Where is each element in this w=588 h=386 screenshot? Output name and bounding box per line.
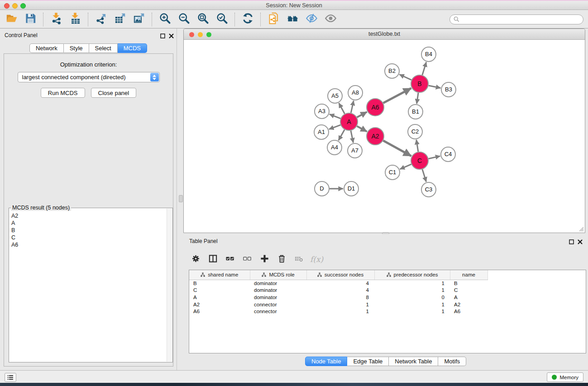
graph-node-A5[interactable]: A5	[328, 89, 342, 103]
table-row[interactable]: A2connector11A2	[189, 301, 586, 308]
close-panel-icon[interactable]	[578, 238, 583, 246]
save-session-button[interactable]	[21, 12, 40, 27]
graph-edge-C-C4[interactable]	[429, 156, 440, 159]
network-from-document-button[interactable]	[264, 12, 283, 27]
tab-mcds[interactable]: MCDS	[118, 43, 147, 53]
memory-button[interactable]: Memory	[547, 372, 583, 382]
create-column-button[interactable]	[258, 253, 271, 266]
network-window-titlebar[interactable]: testGlobe.txt	[184, 29, 585, 40]
resize-grip-icon[interactable]	[578, 226, 584, 232]
list-item[interactable]: B	[11, 227, 172, 234]
column-header-successor-nodes[interactable]: successor nodes	[306, 270, 374, 280]
export-image-button[interactable]	[129, 12, 148, 27]
search-box[interactable]	[449, 14, 583, 24]
delete-column-button[interactable]	[275, 253, 288, 266]
graph-node-C4[interactable]: C4	[441, 147, 455, 162]
graph-node-A8[interactable]: A8	[348, 86, 363, 100]
close-panel-icon[interactable]	[169, 32, 174, 40]
column-header-shared-name[interactable]: shared name	[189, 270, 250, 280]
float-panel-icon[interactable]	[160, 32, 165, 40]
delete-table-button[interactable]	[292, 253, 306, 266]
tab-network[interactable]: Network	[29, 43, 64, 53]
graph-node-B3[interactable]: B3	[441, 82, 456, 97]
graph-node-D1[interactable]: D1	[344, 181, 359, 196]
export-network-button[interactable]	[91, 12, 110, 27]
graph-node-C2[interactable]: C2	[408, 124, 422, 139]
network-graph[interactable]: B4B2BB3B1A5A8A6A3AA1A2C2A4A7C4CC1C3DD1	[184, 40, 585, 233]
graph-edge-C-C1[interactable]	[400, 164, 411, 169]
graph-node-A[interactable]: A	[340, 113, 358, 130]
graph-edge-A-A7[interactable]	[351, 131, 353, 143]
zoom-in-button[interactable]	[155, 12, 174, 27]
graph-node-A1[interactable]: A1	[314, 125, 329, 139]
graph-node-B[interactable]: B	[411, 75, 428, 92]
column-header-name[interactable]: name	[450, 270, 488, 280]
open-session-button[interactable]	[2, 12, 21, 27]
graph-node-B2[interactable]: B2	[385, 64, 399, 78]
graph-node-A2[interactable]: A2	[367, 128, 384, 145]
table-row[interactable]: Adominator80A	[189, 294, 586, 301]
graph-edge-B-B3[interactable]	[429, 86, 441, 88]
graph-edge-A-A5[interactable]	[339, 103, 345, 114]
tab-node-table[interactable]: Node Table	[305, 357, 348, 366]
tab-network-table[interactable]: Network Table	[389, 357, 438, 366]
select-all-columns-button[interactable]	[223, 253, 237, 266]
search-input[interactable]	[462, 16, 579, 23]
graph-edge-A-A4[interactable]	[339, 129, 344, 140]
float-panel-icon[interactable]	[569, 238, 574, 246]
graph-node-C3[interactable]: C3	[421, 182, 436, 197]
list-item[interactable]: C	[11, 234, 172, 241]
table-row[interactable]: Cdominator41C	[189, 287, 586, 294]
network-canvas[interactable]: B4B2BB3B1A5A8A6A3AA1A2C2A4A7C4CC1C3DD1	[184, 40, 585, 233]
graph-node-B4[interactable]: B4	[421, 47, 436, 62]
column-header-predecessor-nodes[interactable]: predecessor nodes	[374, 270, 450, 280]
show-columns-button[interactable]	[206, 253, 220, 266]
list-item[interactable]: A2	[11, 212, 172, 219]
table-row[interactable]: A6connector11A6	[189, 308, 586, 315]
graph-node-A4[interactable]: A4	[327, 140, 342, 155]
graph-edge-A-A8[interactable]	[351, 101, 354, 113]
export-table-button[interactable]	[110, 12, 129, 27]
tab-select[interactable]: Select	[89, 43, 118, 53]
graph-edge-A-A1[interactable]	[329, 125, 340, 129]
refresh-button[interactable]	[238, 12, 257, 27]
graph-edge-A2-C[interactable]	[383, 141, 411, 156]
graph-node-A3[interactable]: A3	[315, 104, 329, 119]
unselect-all-columns-button[interactable]	[240, 253, 254, 266]
column-header-mcds-role[interactable]: MCDS role	[250, 270, 306, 280]
task-history-button[interactable]	[5, 373, 16, 382]
graph-edge-A-A3[interactable]	[330, 114, 341, 118]
table-settings-button[interactable]	[189, 253, 202, 266]
optimization-criterion-dropdown[interactable]: largest connected component (directed)	[18, 72, 160, 82]
graph-node-D[interactable]: D	[315, 181, 329, 196]
list-item[interactable]: A	[11, 219, 172, 227]
graph-edge-C-C2[interactable]	[416, 140, 418, 152]
graph-edge-C-C3[interactable]	[422, 169, 426, 182]
node-table[interactable]: shared name MCDS role successor nodes pr…	[189, 270, 586, 353]
graph-edge-B-B2[interactable]	[399, 75, 411, 80]
graph-node-C1[interactable]: C1	[385, 165, 400, 180]
import-table-button[interactable]	[66, 12, 85, 27]
home-view-button[interactable]	[283, 12, 302, 27]
scrollbar-track[interactable]	[167, 209, 172, 362]
zoom-selected-button[interactable]	[212, 12, 231, 27]
graph-edge-A-A6[interactable]	[357, 112, 367, 117]
graph-node-A7[interactable]: A7	[348, 143, 362, 158]
graph-node-B1[interactable]: B1	[408, 105, 423, 119]
tab-style[interactable]: Style	[64, 43, 89, 53]
mcds-result-list[interactable]: A2 A B C A6	[9, 208, 172, 362]
graph-edge-B-B4[interactable]	[422, 62, 426, 75]
graph-node-C[interactable]: C	[411, 152, 428, 169]
graph-node-A6[interactable]: A6	[367, 99, 384, 116]
zoom-fit-button[interactable]	[193, 12, 212, 27]
tab-motifs[interactable]: Motifs	[438, 357, 466, 366]
graph-edge-A-A2[interactable]	[357, 126, 367, 132]
vertical-splitter-handle[interactable]	[179, 195, 183, 202]
close-panel-button[interactable]: Close panel	[91, 88, 137, 98]
table-row[interactable]: Bdominator41B	[189, 280, 586, 287]
graph-edge-A6-B[interactable]	[383, 88, 411, 103]
run-mcds-button[interactable]: Run MCDS	[41, 88, 85, 98]
zoom-out-button[interactable]	[174, 12, 193, 27]
import-network-button[interactable]	[47, 12, 66, 27]
list-item[interactable]: A6	[11, 241, 172, 248]
